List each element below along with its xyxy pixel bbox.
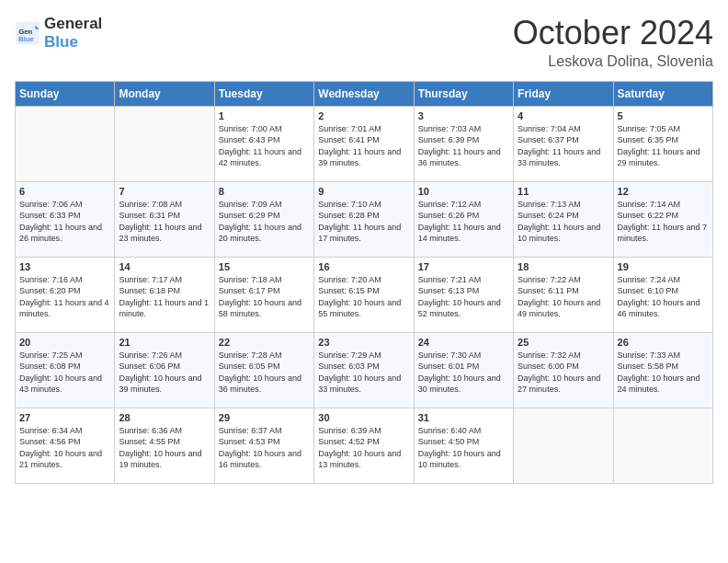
calendar-cell (115, 106, 214, 181)
day-number: 30 (318, 412, 409, 423)
day-number: 27 (19, 412, 110, 423)
logo-general: General Blue (44, 15, 102, 52)
calendar-cell: 6Sunrise: 7:06 AM Sunset: 6:33 PM Daylig… (16, 181, 115, 257)
day-number: 29 (219, 412, 310, 423)
day-number: 19 (618, 261, 709, 272)
calendar-cell: 26Sunrise: 7:33 AM Sunset: 5:58 PM Dayli… (613, 332, 712, 408)
day-info: Sunrise: 7:32 AM Sunset: 6:00 PM Dayligh… (518, 350, 609, 396)
calendar-cell: 4Sunrise: 7:04 AM Sunset: 6:37 PM Daylig… (514, 106, 613, 181)
calendar-week-row: 20Sunrise: 7:25 AM Sunset: 6:08 PM Dayli… (16, 332, 713, 408)
month-year: October 2024 (513, 15, 713, 52)
day-info: Sunrise: 7:25 AM Sunset: 6:08 PM Dayligh… (19, 350, 110, 396)
day-info: Sunrise: 7:08 AM Sunset: 6:31 PM Dayligh… (119, 199, 210, 245)
day-info: Sunrise: 7:04 AM Sunset: 6:37 PM Dayligh… (518, 123, 609, 169)
calendar-cell: 23Sunrise: 7:29 AM Sunset: 6:03 PM Dayli… (314, 332, 414, 408)
day-info: Sunrise: 7:20 AM Sunset: 6:15 PM Dayligh… (318, 274, 409, 320)
calendar-cell: 14Sunrise: 7:17 AM Sunset: 6:18 PM Dayli… (115, 257, 214, 332)
calendar-cell: 13Sunrise: 7:16 AM Sunset: 6:20 PM Dayli… (16, 257, 115, 332)
day-number: 3 (418, 110, 509, 121)
column-header-monday: Monday (115, 81, 214, 106)
day-number: 7 (119, 186, 210, 197)
calendar-cell: 28Sunrise: 6:36 AM Sunset: 4:55 PM Dayli… (115, 408, 214, 483)
calendar-cell (514, 408, 613, 483)
day-number: 9 (318, 186, 409, 197)
title-block: October 2024 Leskova Dolina, Slovenia (513, 15, 713, 70)
day-number: 12 (618, 186, 709, 197)
day-number: 26 (618, 337, 709, 348)
column-header-friday: Friday (514, 81, 613, 106)
day-number: 2 (318, 110, 409, 121)
calendar-cell: 27Sunrise: 6:34 AM Sunset: 4:56 PM Dayli… (16, 408, 115, 483)
day-info: Sunrise: 7:00 AM Sunset: 6:43 PM Dayligh… (219, 123, 310, 169)
calendar-cell: 11Sunrise: 7:13 AM Sunset: 6:24 PM Dayli… (514, 181, 613, 257)
day-info: Sunrise: 6:34 AM Sunset: 4:56 PM Dayligh… (19, 425, 110, 471)
calendar-cell: 3Sunrise: 7:03 AM Sunset: 6:39 PM Daylig… (414, 106, 513, 181)
calendar-cell: 8Sunrise: 7:09 AM Sunset: 6:29 PM Daylig… (214, 181, 313, 257)
day-number: 16 (318, 261, 409, 272)
calendar-cell: 21Sunrise: 7:26 AM Sunset: 6:06 PM Dayli… (115, 332, 214, 408)
calendar-week-row: 27Sunrise: 6:34 AM Sunset: 4:56 PM Dayli… (16, 408, 713, 483)
calendar-week-row: 1Sunrise: 7:00 AM Sunset: 6:43 PM Daylig… (16, 106, 713, 181)
day-info: Sunrise: 7:33 AM Sunset: 5:58 PM Dayligh… (618, 350, 709, 396)
calendar-table: SundayMondayTuesdayWednesdayThursdayFrid… (15, 81, 713, 484)
logo: Gen Blue General Blue (15, 15, 102, 52)
calendar-cell: 10Sunrise: 7:12 AM Sunset: 6:26 PM Dayli… (414, 181, 513, 257)
calendar-cell: 2Sunrise: 7:01 AM Sunset: 6:41 PM Daylig… (314, 106, 414, 181)
day-number: 28 (119, 412, 210, 423)
calendar-cell: 18Sunrise: 7:22 AM Sunset: 6:11 PM Dayli… (514, 257, 613, 332)
day-number: 24 (418, 337, 509, 348)
location: Leskova Dolina, Slovenia (513, 53, 713, 70)
day-number: 4 (518, 110, 609, 121)
calendar-cell: 15Sunrise: 7:18 AM Sunset: 6:17 PM Dayli… (214, 257, 313, 332)
day-number: 1 (219, 110, 310, 121)
calendar-cell: 25Sunrise: 7:32 AM Sunset: 6:00 PM Dayli… (514, 332, 613, 408)
day-number: 11 (518, 186, 609, 197)
page-header: Gen Blue General Blue October 2024 Lesko… (15, 15, 713, 70)
day-number: 14 (119, 261, 210, 272)
day-info: Sunrise: 7:26 AM Sunset: 6:06 PM Dayligh… (119, 350, 210, 396)
day-number: 13 (19, 261, 110, 272)
calendar-cell: 30Sunrise: 6:39 AM Sunset: 4:52 PM Dayli… (314, 408, 414, 483)
calendar-cell: 5Sunrise: 7:05 AM Sunset: 6:35 PM Daylig… (613, 106, 712, 181)
calendar-week-row: 6Sunrise: 7:06 AM Sunset: 6:33 PM Daylig… (16, 181, 713, 257)
column-header-thursday: Thursday (414, 81, 513, 106)
column-header-wednesday: Wednesday (314, 81, 414, 106)
calendar-cell (16, 106, 115, 181)
calendar-cell: 1Sunrise: 7:00 AM Sunset: 6:43 PM Daylig… (214, 106, 313, 181)
day-number: 21 (119, 337, 210, 348)
day-info: Sunrise: 6:39 AM Sunset: 4:52 PM Dayligh… (318, 425, 409, 471)
day-info: Sunrise: 7:24 AM Sunset: 6:10 PM Dayligh… (618, 274, 709, 320)
day-number: 17 (418, 261, 509, 272)
day-info: Sunrise: 7:28 AM Sunset: 6:05 PM Dayligh… (219, 350, 310, 396)
day-info: Sunrise: 7:14 AM Sunset: 6:22 PM Dayligh… (618, 199, 709, 245)
day-info: Sunrise: 7:01 AM Sunset: 6:41 PM Dayligh… (318, 123, 409, 169)
calendar-header-row: SundayMondayTuesdayWednesdayThursdayFrid… (16, 81, 713, 106)
logo-icon: Gen Blue (15, 20, 40, 46)
calendar-week-row: 13Sunrise: 7:16 AM Sunset: 6:20 PM Dayli… (16, 257, 713, 332)
calendar-cell: 29Sunrise: 6:37 AM Sunset: 4:53 PM Dayli… (214, 408, 313, 483)
day-info: Sunrise: 7:05 AM Sunset: 6:35 PM Dayligh… (618, 123, 709, 169)
day-info: Sunrise: 6:37 AM Sunset: 4:53 PM Dayligh… (219, 425, 310, 471)
column-header-sunday: Sunday (16, 81, 115, 106)
day-info: Sunrise: 7:18 AM Sunset: 6:17 PM Dayligh… (219, 274, 310, 320)
calendar-cell: 20Sunrise: 7:25 AM Sunset: 6:08 PM Dayli… (16, 332, 115, 408)
calendar-cell: 7Sunrise: 7:08 AM Sunset: 6:31 PM Daylig… (115, 181, 214, 257)
day-info: Sunrise: 7:16 AM Sunset: 6:20 PM Dayligh… (19, 274, 110, 320)
calendar-cell: 9Sunrise: 7:10 AM Sunset: 6:28 PM Daylig… (314, 181, 414, 257)
day-info: Sunrise: 7:12 AM Sunset: 6:26 PM Dayligh… (418, 199, 509, 245)
day-info: Sunrise: 7:03 AM Sunset: 6:39 PM Dayligh… (418, 123, 509, 169)
calendar-cell (613, 408, 712, 483)
svg-text:Blue: Blue (18, 35, 34, 43)
day-info: Sunrise: 7:10 AM Sunset: 6:28 PM Dayligh… (318, 199, 409, 245)
calendar-cell: 12Sunrise: 7:14 AM Sunset: 6:22 PM Dayli… (613, 181, 712, 257)
day-info: Sunrise: 6:36 AM Sunset: 4:55 PM Dayligh… (119, 425, 210, 471)
day-info: Sunrise: 7:13 AM Sunset: 6:24 PM Dayligh… (518, 199, 609, 245)
calendar-cell: 24Sunrise: 7:30 AM Sunset: 6:01 PM Dayli… (414, 332, 513, 408)
day-info: Sunrise: 6:40 AM Sunset: 4:50 PM Dayligh… (418, 425, 509, 471)
day-number: 15 (219, 261, 310, 272)
day-info: Sunrise: 7:09 AM Sunset: 6:29 PM Dayligh… (219, 199, 310, 245)
calendar-cell: 22Sunrise: 7:28 AM Sunset: 6:05 PM Dayli… (214, 332, 313, 408)
day-number: 5 (618, 110, 709, 121)
day-number: 31 (418, 412, 509, 423)
calendar-cell: 19Sunrise: 7:24 AM Sunset: 6:10 PM Dayli… (613, 257, 712, 332)
